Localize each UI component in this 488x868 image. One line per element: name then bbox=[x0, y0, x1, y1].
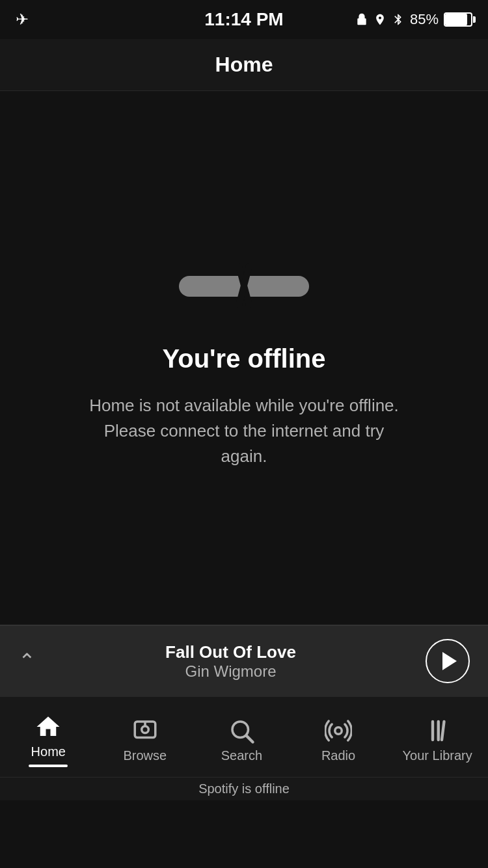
main-content: You're offline Home is not available whi… bbox=[0, 91, 488, 625]
nav-item-home[interactable]: Home bbox=[16, 713, 81, 767]
mini-player-info: Fall Out Of Love Gin Wigmore bbox=[36, 642, 426, 681]
track-name: Fall Out Of Love bbox=[165, 642, 296, 662]
disconnected-plug-icon bbox=[172, 247, 316, 325]
nav-label-search: Search bbox=[221, 748, 262, 763]
play-icon bbox=[442, 652, 457, 670]
app-header: Home bbox=[0, 39, 488, 91]
nav-item-radio[interactable]: Radio bbox=[306, 717, 371, 763]
status-time: 11:14 PM bbox=[204, 9, 283, 30]
bluetooth-icon bbox=[392, 13, 405, 26]
offline-title: You're offline bbox=[163, 344, 326, 373]
nav-label-radio: Radio bbox=[321, 748, 355, 763]
nav-item-browse[interactable]: Browse bbox=[113, 717, 178, 763]
nav-item-library[interactable]: Your Library bbox=[403, 717, 472, 763]
bottom-navigation: Home Browse Search bbox=[0, 696, 488, 800]
nav-label-browse: Browse bbox=[124, 748, 167, 763]
nav-label-library: Your Library bbox=[403, 748, 472, 763]
page-title: Home bbox=[215, 53, 273, 77]
airplane-icon: ✈ bbox=[16, 10, 29, 29]
svg-rect-1 bbox=[224, 276, 309, 297]
chevron-up-icon: ⌃ bbox=[18, 649, 36, 673]
offline-icon-container bbox=[172, 247, 316, 325]
search-icon bbox=[228, 717, 255, 744]
offline-description: Home is not available while you're offli… bbox=[49, 393, 439, 469]
svg-point-9 bbox=[335, 727, 342, 735]
battery-percentage: 85% bbox=[410, 11, 439, 28]
nav-item-search[interactable]: Search bbox=[209, 717, 274, 763]
svg-point-5 bbox=[142, 726, 149, 733]
status-left: ✈ bbox=[16, 10, 29, 29]
nav-items: Home Browse Search bbox=[0, 697, 488, 777]
mini-player[interactable]: ⌃ Fall Out Of Love Gin Wigmore bbox=[0, 625, 488, 696]
browse-icon bbox=[131, 717, 159, 744]
offline-banner-text: Spotify is offline bbox=[198, 781, 290, 796]
radio-icon bbox=[325, 717, 352, 744]
location-icon bbox=[373, 13, 386, 26]
battery-fill bbox=[445, 14, 467, 25]
nav-label-home: Home bbox=[31, 744, 66, 759]
svg-line-8 bbox=[247, 736, 253, 742]
offline-banner: Spotify is offline bbox=[0, 777, 488, 800]
active-indicator bbox=[29, 765, 68, 767]
home-icon bbox=[34, 713, 62, 740]
status-bar: ✈ 11:14 PM 85% bbox=[0, 0, 488, 39]
battery-icon bbox=[444, 12, 472, 27]
lock-rotation-icon bbox=[355, 13, 368, 26]
svg-line-12 bbox=[442, 722, 444, 740]
mini-player-expand[interactable]: ⌃ bbox=[18, 649, 36, 673]
library-icon bbox=[424, 717, 451, 744]
play-button[interactable] bbox=[426, 639, 470, 683]
artist-name: Gin Wigmore bbox=[185, 662, 276, 681]
status-right: 85% bbox=[355, 11, 472, 28]
